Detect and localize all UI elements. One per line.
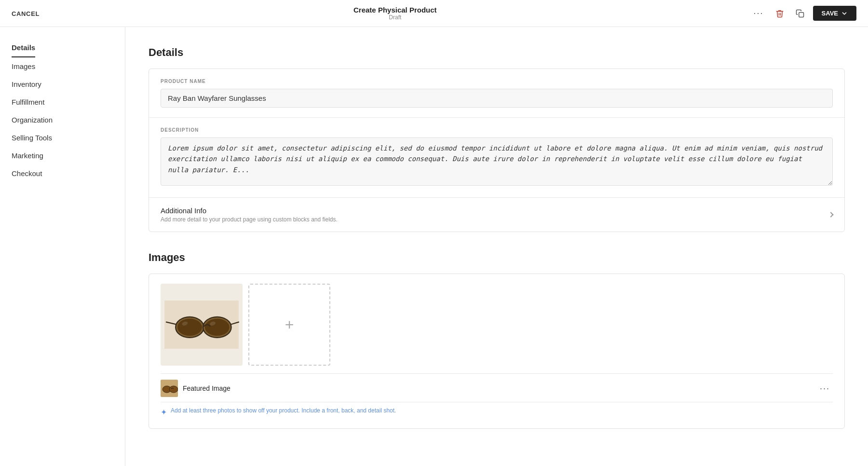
header-left: CANCEL bbox=[12, 9, 40, 18]
details-section-title: Details bbox=[149, 46, 845, 59]
sidebar-item-fulfillment[interactable]: Fulfillment bbox=[0, 93, 125, 111]
hint-row: ✦ Add at least three photos to show off … bbox=[161, 402, 833, 419]
sunglasses-image bbox=[163, 301, 240, 349]
featured-thumbnail bbox=[161, 380, 178, 397]
featured-options-button[interactable]: ··· bbox=[817, 381, 833, 397]
sidebar-item-marketing[interactable]: Marketing bbox=[0, 147, 125, 164]
duplicate-button[interactable] bbox=[793, 6, 807, 21]
details-card: PRODUCT NAME DESCRIPTION Lorem ipsum dol… bbox=[149, 69, 845, 232]
page-title: Create Physical Product bbox=[353, 6, 437, 14]
save-button[interactable]: SAVE bbox=[813, 6, 856, 21]
additional-info-sub: Add more detail to your product page usi… bbox=[161, 216, 338, 223]
save-label: SAVE bbox=[822, 10, 838, 17]
additional-info-row[interactable]: Additional Info Add more detail to your … bbox=[149, 198, 844, 232]
image-thumbnail-1[interactable] bbox=[161, 284, 243, 366]
header-right: ··· SAVE bbox=[751, 5, 856, 21]
sidebar: Details Images Inventory Fulfillment Org… bbox=[0, 27, 125, 466]
cancel-button[interactable]: CANCEL bbox=[12, 10, 40, 17]
images-section-title: Images bbox=[149, 251, 845, 264]
hint-text: Add at least three photos to show off yo… bbox=[171, 407, 396, 414]
additional-info-title: Additional Info bbox=[161, 206, 338, 215]
page-subtitle: Draft bbox=[353, 14, 437, 21]
sidebar-item-details[interactable]: Details bbox=[12, 39, 35, 57]
sparkle-icon: ✦ bbox=[161, 408, 167, 417]
delete-button[interactable] bbox=[773, 6, 787, 21]
sidebar-item-selling-tools[interactable]: Selling Tools bbox=[0, 129, 125, 147]
app-header: CANCEL Create Physical Product Draft ···… bbox=[0, 0, 868, 27]
svg-point-12 bbox=[169, 386, 178, 393]
sidebar-item-images[interactable]: Images bbox=[0, 57, 125, 75]
add-image-button[interactable]: + bbox=[248, 284, 330, 366]
chevron-down-icon bbox=[841, 10, 848, 17]
header-center: Create Physical Product Draft bbox=[353, 6, 437, 21]
featured-ellipsis-icon: ··· bbox=[820, 384, 830, 394]
product-name-field-group: PRODUCT NAME bbox=[149, 69, 844, 118]
product-name-label: PRODUCT NAME bbox=[161, 79, 833, 84]
svg-point-3 bbox=[177, 319, 202, 336]
sidebar-item-checkout[interactable]: Checkout bbox=[0, 164, 125, 182]
more-options-button[interactable]: ··· bbox=[751, 5, 767, 21]
product-name-input[interactable] bbox=[161, 89, 833, 108]
ellipsis-icon: ··· bbox=[754, 8, 764, 18]
description-field-group: DESCRIPTION Lorem ipsum dolor sit amet, … bbox=[149, 118, 844, 198]
sidebar-item-organization[interactable]: Organization bbox=[0, 111, 125, 129]
additional-info-text: Additional Info Add more detail to your … bbox=[161, 206, 338, 223]
description-label: DESCRIPTION bbox=[161, 127, 833, 133]
featured-image-label: Featured Image bbox=[183, 384, 231, 392]
images-section: Images bbox=[149, 251, 845, 429]
trash-icon bbox=[775, 9, 784, 18]
images-grid: + bbox=[161, 284, 833, 366]
sidebar-item-inventory[interactable]: Inventory bbox=[0, 75, 125, 93]
main-content: Details PRODUCT NAME DESCRIPTION Lorem i… bbox=[125, 27, 868, 466]
chevron-right-icon bbox=[828, 212, 833, 217]
main-layout: Details Images Inventory Fulfillment Org… bbox=[0, 27, 868, 466]
svg-rect-0 bbox=[799, 12, 803, 17]
description-textarea[interactable]: Lorem ipsum dolor sit amet, consectetur … bbox=[161, 137, 833, 186]
plus-icon: + bbox=[285, 316, 294, 334]
svg-point-5 bbox=[205, 319, 230, 336]
copy-icon bbox=[796, 9, 804, 18]
details-section: Details PRODUCT NAME DESCRIPTION Lorem i… bbox=[149, 46, 845, 232]
featured-image-row: Featured Image ··· bbox=[161, 373, 833, 402]
featured-thumb-image bbox=[161, 380, 178, 397]
images-card: + Featured Ima bbox=[149, 274, 845, 429]
featured-image-left: Featured Image bbox=[161, 380, 231, 397]
